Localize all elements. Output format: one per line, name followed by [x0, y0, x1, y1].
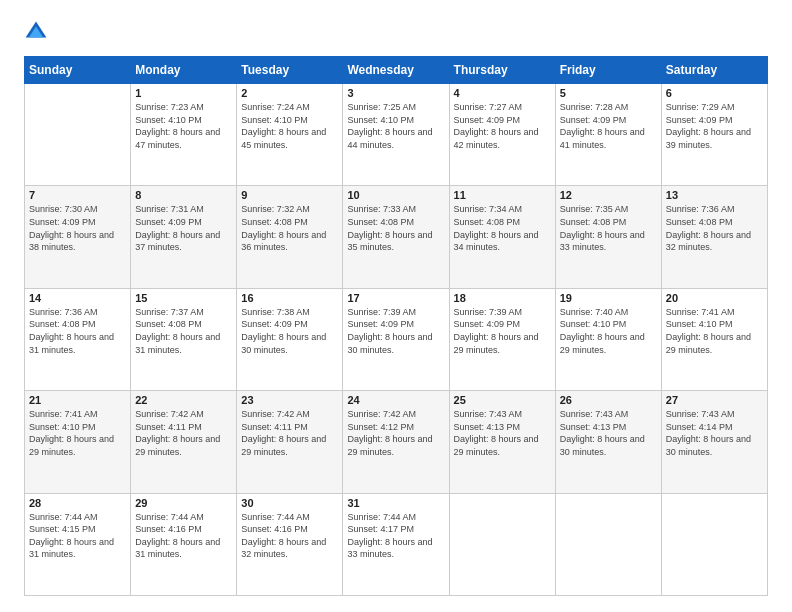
day-cell: 30Sunrise: 7:44 AMSunset: 4:16 PMDayligh… — [237, 493, 343, 595]
day-info: Sunrise: 7:36 AMSunset: 4:08 PMDaylight:… — [29, 306, 126, 356]
day-info: Sunrise: 7:42 AMSunset: 4:11 PMDaylight:… — [135, 408, 232, 458]
day-cell: 25Sunrise: 7:43 AMSunset: 4:13 PMDayligh… — [449, 391, 555, 493]
day-cell: 19Sunrise: 7:40 AMSunset: 4:10 PMDayligh… — [555, 288, 661, 390]
day-cell — [449, 493, 555, 595]
day-number: 24 — [347, 394, 444, 406]
calendar: SundayMondayTuesdayWednesdayThursdayFrid… — [24, 56, 768, 596]
day-info: Sunrise: 7:36 AMSunset: 4:08 PMDaylight:… — [666, 203, 763, 253]
day-cell: 13Sunrise: 7:36 AMSunset: 4:08 PMDayligh… — [661, 186, 767, 288]
day-number: 25 — [454, 394, 551, 406]
day-info: Sunrise: 7:25 AMSunset: 4:10 PMDaylight:… — [347, 101, 444, 151]
day-info: Sunrise: 7:41 AMSunset: 4:10 PMDaylight:… — [666, 306, 763, 356]
day-info: Sunrise: 7:41 AMSunset: 4:10 PMDaylight:… — [29, 408, 126, 458]
day-number: 7 — [29, 189, 126, 201]
logo-icon — [24, 20, 48, 44]
day-cell: 21Sunrise: 7:41 AMSunset: 4:10 PMDayligh… — [25, 391, 131, 493]
weekday-header-monday: Monday — [131, 57, 237, 84]
weekday-header-wednesday: Wednesday — [343, 57, 449, 84]
day-cell: 31Sunrise: 7:44 AMSunset: 4:17 PMDayligh… — [343, 493, 449, 595]
day-number: 13 — [666, 189, 763, 201]
day-info: Sunrise: 7:39 AMSunset: 4:09 PMDaylight:… — [347, 306, 444, 356]
day-number: 19 — [560, 292, 657, 304]
day-number: 8 — [135, 189, 232, 201]
day-cell — [661, 493, 767, 595]
day-info: Sunrise: 7:39 AMSunset: 4:09 PMDaylight:… — [454, 306, 551, 356]
day-number: 20 — [666, 292, 763, 304]
day-info: Sunrise: 7:33 AMSunset: 4:08 PMDaylight:… — [347, 203, 444, 253]
week-row-1: 7Sunrise: 7:30 AMSunset: 4:09 PMDaylight… — [25, 186, 768, 288]
week-row-0: 1Sunrise: 7:23 AMSunset: 4:10 PMDaylight… — [25, 84, 768, 186]
day-cell: 5Sunrise: 7:28 AMSunset: 4:09 PMDaylight… — [555, 84, 661, 186]
day-info: Sunrise: 7:44 AMSunset: 4:16 PMDaylight:… — [135, 511, 232, 561]
day-info: Sunrise: 7:35 AMSunset: 4:08 PMDaylight:… — [560, 203, 657, 253]
weekday-header-friday: Friday — [555, 57, 661, 84]
day-info: Sunrise: 7:43 AMSunset: 4:13 PMDaylight:… — [560, 408, 657, 458]
day-cell: 3Sunrise: 7:25 AMSunset: 4:10 PMDaylight… — [343, 84, 449, 186]
day-info: Sunrise: 7:40 AMSunset: 4:10 PMDaylight:… — [560, 306, 657, 356]
day-cell: 24Sunrise: 7:42 AMSunset: 4:12 PMDayligh… — [343, 391, 449, 493]
day-info: Sunrise: 7:37 AMSunset: 4:08 PMDaylight:… — [135, 306, 232, 356]
day-number: 5 — [560, 87, 657, 99]
day-info: Sunrise: 7:30 AMSunset: 4:09 PMDaylight:… — [29, 203, 126, 253]
logo — [24, 20, 52, 44]
day-number: 22 — [135, 394, 232, 406]
day-info: Sunrise: 7:42 AMSunset: 4:11 PMDaylight:… — [241, 408, 338, 458]
day-number: 10 — [347, 189, 444, 201]
day-number: 16 — [241, 292, 338, 304]
day-info: Sunrise: 7:27 AMSunset: 4:09 PMDaylight:… — [454, 101, 551, 151]
day-cell: 4Sunrise: 7:27 AMSunset: 4:09 PMDaylight… — [449, 84, 555, 186]
day-info: Sunrise: 7:34 AMSunset: 4:08 PMDaylight:… — [454, 203, 551, 253]
day-info: Sunrise: 7:28 AMSunset: 4:09 PMDaylight:… — [560, 101, 657, 151]
day-cell: 17Sunrise: 7:39 AMSunset: 4:09 PMDayligh… — [343, 288, 449, 390]
day-cell: 28Sunrise: 7:44 AMSunset: 4:15 PMDayligh… — [25, 493, 131, 595]
day-number: 27 — [666, 394, 763, 406]
day-cell: 10Sunrise: 7:33 AMSunset: 4:08 PMDayligh… — [343, 186, 449, 288]
day-cell: 2Sunrise: 7:24 AMSunset: 4:10 PMDaylight… — [237, 84, 343, 186]
day-cell: 8Sunrise: 7:31 AMSunset: 4:09 PMDaylight… — [131, 186, 237, 288]
day-number: 1 — [135, 87, 232, 99]
day-cell: 18Sunrise: 7:39 AMSunset: 4:09 PMDayligh… — [449, 288, 555, 390]
day-number: 9 — [241, 189, 338, 201]
day-info: Sunrise: 7:24 AMSunset: 4:10 PMDaylight:… — [241, 101, 338, 151]
day-number: 14 — [29, 292, 126, 304]
day-info: Sunrise: 7:32 AMSunset: 4:08 PMDaylight:… — [241, 203, 338, 253]
day-info: Sunrise: 7:44 AMSunset: 4:16 PMDaylight:… — [241, 511, 338, 561]
day-info: Sunrise: 7:43 AMSunset: 4:14 PMDaylight:… — [666, 408, 763, 458]
day-number: 31 — [347, 497, 444, 509]
day-number: 28 — [29, 497, 126, 509]
day-cell: 9Sunrise: 7:32 AMSunset: 4:08 PMDaylight… — [237, 186, 343, 288]
day-cell — [555, 493, 661, 595]
week-row-3: 21Sunrise: 7:41 AMSunset: 4:10 PMDayligh… — [25, 391, 768, 493]
day-info: Sunrise: 7:44 AMSunset: 4:17 PMDaylight:… — [347, 511, 444, 561]
day-cell: 11Sunrise: 7:34 AMSunset: 4:08 PMDayligh… — [449, 186, 555, 288]
day-number: 18 — [454, 292, 551, 304]
day-cell: 1Sunrise: 7:23 AMSunset: 4:10 PMDaylight… — [131, 84, 237, 186]
week-row-4: 28Sunrise: 7:44 AMSunset: 4:15 PMDayligh… — [25, 493, 768, 595]
day-cell: 15Sunrise: 7:37 AMSunset: 4:08 PMDayligh… — [131, 288, 237, 390]
weekday-row: SundayMondayTuesdayWednesdayThursdayFrid… — [25, 57, 768, 84]
day-cell: 29Sunrise: 7:44 AMSunset: 4:16 PMDayligh… — [131, 493, 237, 595]
day-info: Sunrise: 7:31 AMSunset: 4:09 PMDaylight:… — [135, 203, 232, 253]
weekday-header-tuesday: Tuesday — [237, 57, 343, 84]
day-number: 12 — [560, 189, 657, 201]
weekday-header-saturday: Saturday — [661, 57, 767, 84]
day-number: 21 — [29, 394, 126, 406]
day-cell: 6Sunrise: 7:29 AMSunset: 4:09 PMDaylight… — [661, 84, 767, 186]
day-number: 2 — [241, 87, 338, 99]
page: SundayMondayTuesdayWednesdayThursdayFrid… — [0, 0, 792, 612]
calendar-header: SundayMondayTuesdayWednesdayThursdayFrid… — [25, 57, 768, 84]
day-number: 23 — [241, 394, 338, 406]
day-info: Sunrise: 7:43 AMSunset: 4:13 PMDaylight:… — [454, 408, 551, 458]
day-number: 30 — [241, 497, 338, 509]
day-number: 4 — [454, 87, 551, 99]
day-cell: 14Sunrise: 7:36 AMSunset: 4:08 PMDayligh… — [25, 288, 131, 390]
day-cell: 22Sunrise: 7:42 AMSunset: 4:11 PMDayligh… — [131, 391, 237, 493]
day-info: Sunrise: 7:42 AMSunset: 4:12 PMDaylight:… — [347, 408, 444, 458]
day-info: Sunrise: 7:23 AMSunset: 4:10 PMDaylight:… — [135, 101, 232, 151]
day-number: 3 — [347, 87, 444, 99]
week-row-2: 14Sunrise: 7:36 AMSunset: 4:08 PMDayligh… — [25, 288, 768, 390]
day-cell: 16Sunrise: 7:38 AMSunset: 4:09 PMDayligh… — [237, 288, 343, 390]
day-number: 29 — [135, 497, 232, 509]
day-cell: 7Sunrise: 7:30 AMSunset: 4:09 PMDaylight… — [25, 186, 131, 288]
day-number: 15 — [135, 292, 232, 304]
